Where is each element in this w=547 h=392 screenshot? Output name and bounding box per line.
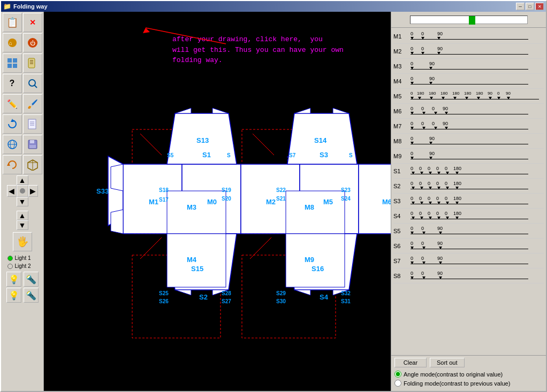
svg-rect-7 <box>13 64 17 68</box>
pencil-icon[interactable]: ✏️ <box>3 94 22 113</box>
button-row: Clear Sort out <box>394 358 543 367</box>
app-window: 📁 Folding way ─ □ ✕ 📋 ✕ ⌂ ⏻ <box>0 0 547 392</box>
row-chart-m1: 0 0 90 <box>411 31 544 42</box>
row-label-m1: M1 <box>393 33 408 40</box>
progress-indicator <box>469 16 475 25</box>
data-row-m5: M5 0 180 180 180 180 180 180 90 0 90 <box>393 89 544 104</box>
power-icon[interactable]: ⏻ <box>23 33 42 52</box>
svg-rect-4 <box>7 58 12 63</box>
tool-row-3: ? <box>3 74 42 93</box>
row-label-s6: S6 <box>393 243 408 249</box>
zoom-arrows: ▲ ▼ <box>17 211 28 230</box>
title-bar-left: 📁 Folding way <box>3 3 48 10</box>
folding-mode-radio[interactable] <box>394 380 401 387</box>
globe-icon[interactable] <box>3 135 22 154</box>
data-row-s8: S8 0 0 90 <box>393 268 544 283</box>
grid-icon[interactable] <box>3 53 22 73</box>
bulb-row2: 💡 🔦 <box>6 288 39 303</box>
data-row-m8: M8 0 90 <box>393 134 544 149</box>
svg-line-13 <box>34 85 37 88</box>
bulb-row: 💡 🔦 <box>6 272 39 287</box>
nav-right-icon[interactable]: ▶ <box>28 185 38 197</box>
svg-text:M3: M3 <box>187 203 196 211</box>
row-chart-m9: 0 90 <box>411 151 544 162</box>
svg-rect-69 <box>286 191 345 234</box>
sort-out-button[interactable]: Sort out <box>430 358 465 367</box>
svg-text:⏻: ⏻ <box>30 40 35 46</box>
angle-mode-radio[interactable] <box>394 371 401 378</box>
svg-text:S: S <box>349 152 353 158</box>
row-label-m5: M5 <box>393 93 408 99</box>
close-button[interactable]: ✕ <box>535 3 544 10</box>
nav-up-icon[interactable]: ▲ <box>17 175 28 185</box>
row-label-s8: S8 <box>393 273 408 279</box>
tool-row-1: ⌂ ⏻ <box>3 33 42 52</box>
clear-button[interactable]: Clear <box>394 358 427 367</box>
svg-marker-66 <box>294 290 310 295</box>
folding-net-svg: M1 M0 M2 M5 M6 M7 S13 S14 S15 S16 M3 M4 <box>76 60 391 359</box>
svg-text:S22: S22 <box>276 187 286 193</box>
maximize-button[interactable]: □ <box>526 3 534 10</box>
row-chart-m7: 0 0 0 90 <box>411 121 544 132</box>
row-label-m7: M7 <box>393 123 408 129</box>
data-row-s6: S6 0 0 90 <box>393 239 544 253</box>
row-label-s7: S7 <box>393 258 408 264</box>
zoom-up-icon[interactable]: ▲ <box>17 211 28 220</box>
brush-icon[interactable]: 🖌️ <box>23 94 42 113</box>
rotate-icon[interactable] <box>3 114 22 134</box>
search-icon[interactable] <box>23 74 42 93</box>
page-icon[interactable] <box>23 114 42 134</box>
folding-mode-label: Folding mode(contrast to previous value) <box>404 380 510 387</box>
nav-center-icon[interactable] <box>17 185 28 197</box>
svg-marker-60 <box>294 108 310 113</box>
svg-text:S24: S24 <box>341 196 351 202</box>
data-row-s2: S2 0 0 0 0 0 180 <box>393 179 544 194</box>
save-icon[interactable] <box>23 135 42 154</box>
title-bar-controls: ─ □ ✕ <box>516 3 544 10</box>
row-label-s4: S4 <box>393 213 408 219</box>
svg-rect-71 <box>286 234 345 287</box>
bulb1-icon[interactable]: 💡 <box>6 272 21 287</box>
nav-down-icon[interactable]: ▼ <box>17 197 28 206</box>
svg-text:S2: S2 <box>199 293 208 301</box>
radio-row-2: Folding mode(contrast to previous value) <box>394 380 543 387</box>
refresh-icon[interactable] <box>3 155 22 174</box>
home-icon[interactable]: ⌂ <box>3 33 22 52</box>
svg-text:S3: S3 <box>320 151 328 159</box>
row-chart-s4: 0 0 0 0 0 180 <box>411 211 544 221</box>
svg-text:M0: M0 <box>207 198 217 206</box>
bulb3-icon[interactable]: 💡 <box>6 288 21 303</box>
data-row-m9: M9 0 90 <box>393 149 544 164</box>
row-chart-s1: 0 0 0 0 0 180 <box>411 166 544 176</box>
window-title: Folding way <box>13 3 48 10</box>
svg-marker-61 <box>333 108 349 113</box>
svg-text:S13: S13 <box>196 136 209 144</box>
svg-text:S5: S5 <box>167 152 174 158</box>
box-icon[interactable] <box>23 155 42 174</box>
svg-text:S32: S32 <box>341 290 351 296</box>
bulb2-icon[interactable]: 🔦 <box>24 272 39 287</box>
row-chart-s2: 0 0 0 0 0 180 <box>411 181 544 191</box>
svg-text:S28: S28 <box>222 290 231 296</box>
bottom-controls: Clear Sort out Angle mode(contrast to or… <box>391 355 546 391</box>
bulb4-icon[interactable]: 🔦 <box>24 288 39 303</box>
svg-marker-57 <box>175 108 191 113</box>
data-row-m6: M6 0 0 0 90 <box>393 104 544 119</box>
nav-left-icon[interactable]: ◀ <box>7 185 17 197</box>
row-label-m8: M8 <box>393 138 408 144</box>
light1-indicator <box>7 256 13 261</box>
row-chart-m6: 0 0 0 90 <box>411 106 544 117</box>
help-icon[interactable]: ? <box>3 74 22 93</box>
svg-marker-73 <box>111 210 123 234</box>
tool-row-4: ✏️ 🖌️ <box>3 94 42 113</box>
zoom-down-icon[interactable]: ▼ <box>17 220 28 230</box>
file-icon[interactable]: 📋 <box>3 13 22 32</box>
svg-rect-68 <box>167 191 226 234</box>
svg-text:S29: S29 <box>276 290 286 296</box>
row-chart-m8: 0 90 <box>411 136 544 147</box>
scroll-icon[interactable] <box>23 53 42 73</box>
close-tool-icon[interactable]: ✕ <box>23 13 42 32</box>
light1-label: Light 1 <box>15 255 31 261</box>
minimize-button[interactable]: ─ <box>516 3 525 10</box>
hand-icon[interactable]: 🖐 <box>13 232 32 251</box>
